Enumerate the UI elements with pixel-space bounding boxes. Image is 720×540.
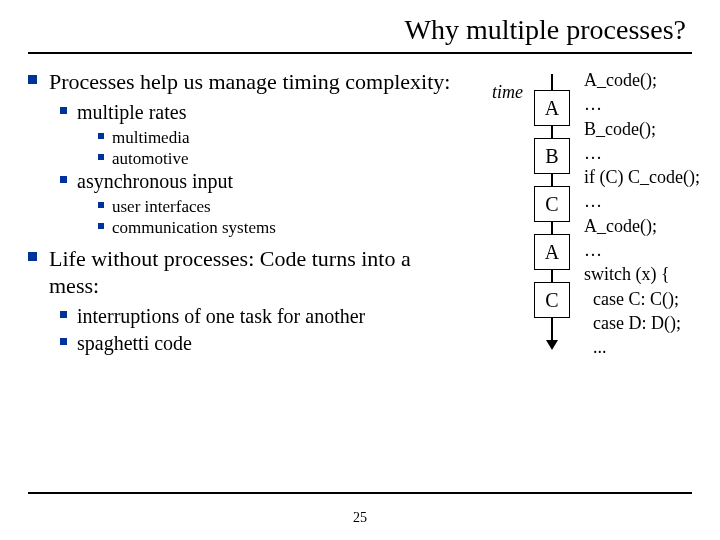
bullet-icon <box>60 107 67 114</box>
bullet-text: user interfaces <box>112 196 211 217</box>
bullet-text: automotive <box>112 148 188 169</box>
bullet-text: interruptions of one task for another <box>77 304 365 329</box>
bullet-icon <box>60 338 67 345</box>
bullet-text: spaghetti code <box>77 331 192 356</box>
bullet-icon <box>98 154 104 160</box>
slide-body: Processes help us manage timing complexi… <box>28 68 692 358</box>
bullet-icon <box>28 252 37 261</box>
right-column: time A B C A C A_code(); … B_code(); … i… <box>474 68 692 330</box>
bullet-2: Life without processes: Code turns into … <box>28 245 466 300</box>
bullet-1a: multiple rates <box>60 100 466 125</box>
code-listing: A_code(); … B_code(); … if (C) C_code();… <box>584 68 700 360</box>
bullet-1b1: user interfaces <box>98 196 466 217</box>
bottom-rule <box>28 492 692 494</box>
bullet-1a1: multimedia <box>98 127 466 148</box>
bullet-1: Processes help us manage timing complexi… <box>28 68 466 96</box>
bullet-2b: spaghetti code <box>60 331 466 356</box>
timeline-cell: C <box>534 282 570 318</box>
bullet-icon <box>98 223 104 229</box>
timeline-cell: B <box>534 138 570 174</box>
bullet-text: Life without processes: Code turns into … <box>49 245 466 300</box>
timeline-arrow-head-icon <box>546 340 558 350</box>
bullet-2a: interruptions of one task for another <box>60 304 466 329</box>
timeline-cell: A <box>534 90 570 126</box>
bullet-1a2: automotive <box>98 148 466 169</box>
timeline-cell: C <box>534 186 570 222</box>
bullet-1b: asynchronous input <box>60 169 466 194</box>
bullet-icon <box>60 176 67 183</box>
bullet-icon <box>28 75 37 84</box>
timeline-cell-label: C <box>545 289 558 312</box>
bullet-text: Processes help us manage timing complexi… <box>49 68 450 96</box>
bullet-icon <box>98 133 104 139</box>
top-rule <box>28 52 692 54</box>
slide: Why multiple processes? Processes help u… <box>0 0 720 540</box>
timeline-cell: A <box>534 234 570 270</box>
timeline-cell-label: B <box>545 145 558 168</box>
time-label: time <box>492 82 523 103</box>
timeline-cell-label: A <box>545 241 559 264</box>
page-number: 25 <box>0 510 720 526</box>
bullet-icon <box>60 311 67 318</box>
timeline-cell-label: C <box>545 193 558 216</box>
bullet-text: asynchronous input <box>77 169 233 194</box>
slide-title: Why multiple processes? <box>28 14 686 46</box>
timeline-cell-label: A <box>545 97 559 120</box>
left-column: Processes help us manage timing complexi… <box>28 68 474 358</box>
bullet-text: communication systems <box>112 217 276 238</box>
bullet-1b2: communication systems <box>98 217 466 238</box>
bullet-icon <box>98 202 104 208</box>
bullet-text: multiple rates <box>77 100 186 125</box>
title-wrap: Why multiple processes? <box>28 14 692 46</box>
bullet-text: multimedia <box>112 127 189 148</box>
